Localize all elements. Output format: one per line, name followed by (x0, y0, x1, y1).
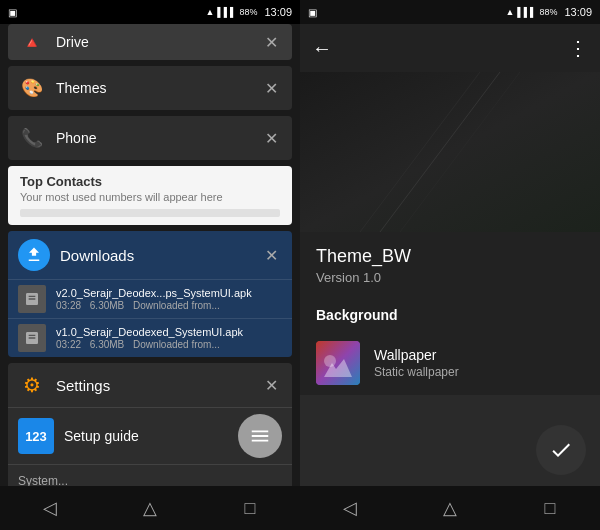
right-toolbar: ← ⋮ (300, 24, 600, 72)
svg-rect-0 (300, 72, 600, 232)
phone-card[interactable]: 📞 Phone ✕ (8, 116, 292, 160)
download-icon (18, 239, 50, 271)
drive-icon: 🔺 (18, 28, 46, 56)
wallpaper-title: Wallpaper (374, 347, 459, 363)
downloads-title: Downloads (60, 247, 261, 264)
drive-card[interactable]: 🔺 Drive ✕ (8, 24, 292, 60)
nav-back-right[interactable]: ◁ (325, 486, 375, 530)
theme-name: Theme_BW (316, 246, 584, 267)
contacts-divider (20, 209, 280, 217)
nav-home-left[interactable]: △ (125, 486, 175, 530)
wallpaper-info: Wallpaper Static wallpaper (374, 347, 459, 379)
signal-icon: ▌▌▌ (217, 7, 236, 17)
settings-close-button[interactable]: ✕ (261, 372, 282, 399)
drive-label: Drive (56, 34, 261, 50)
file-time-2: 03:22 (56, 339, 81, 350)
left-panel: ▣ ▲ ▌▌▌ 88% 13:09 🔺 Drive ✕ 🎨 Themes ✕ 📞… (0, 0, 300, 530)
theme-preview (300, 72, 600, 232)
system-row: System... (8, 464, 292, 486)
theme-version: Version 1.0 (316, 270, 584, 285)
drive-close-button[interactable]: ✕ (261, 29, 282, 56)
phone-label: Phone (56, 130, 261, 146)
battery-label-right: 88% (539, 7, 557, 17)
setup-guide-row: 123 Setup guide (8, 407, 292, 464)
file-icon-1 (18, 285, 46, 313)
file-name-1: v2.0_Serajr_Deodex...ps_SystemUI.apk (56, 287, 282, 299)
contacts-subtitle: Your most used numbers will appear here (20, 191, 280, 203)
wifi-icon: ▲ (205, 7, 214, 17)
file-icon-2 (18, 324, 46, 352)
back-button[interactable]: ← (312, 37, 332, 60)
themes-close-button[interactable]: ✕ (261, 75, 282, 102)
download-item-1: v2.0_Serajr_Deodex...ps_SystemUI.apk 03:… (8, 279, 292, 318)
nav-home-right[interactable]: △ (425, 486, 475, 530)
setup-number-icon: 123 (18, 418, 54, 454)
svg-point-5 (324, 355, 336, 367)
status-bar-left: ▣ ▲ ▌▌▌ 88% 13:09 (0, 0, 300, 24)
themes-card[interactable]: 🎨 Themes ✕ (8, 66, 292, 110)
signal-icon-right: ▌▌▌ (517, 7, 536, 17)
nav-bar-left: ◁ △ □ (0, 486, 300, 530)
more-button[interactable]: ⋮ (568, 36, 588, 60)
downloads-close-button[interactable]: ✕ (261, 242, 282, 269)
file-time-1: 03:28 (56, 300, 81, 311)
phone-icon: 📞 (18, 124, 46, 152)
system-label: System... (18, 474, 68, 486)
settings-gear-icon: ⚙ (18, 371, 46, 399)
battery-label: 88% (239, 7, 257, 17)
file-size-2: 6.30MB (90, 339, 124, 350)
themes-icon: 🎨 (18, 74, 46, 102)
right-panel-wrapper: ▣ ▲ ▌▌▌ 88% 13:09 ← ⋮ (300, 0, 600, 530)
file-meta-2: 03:22 6.30MB Downloaded from... (56, 339, 282, 350)
svg-rect-4 (316, 341, 360, 385)
time-right: 13:09 (564, 6, 592, 18)
recents-area: 🔺 Drive ✕ 🎨 Themes ✕ 📞 Phone ✕ Top Conta… (0, 24, 300, 486)
setup-guide-label: Setup guide (64, 428, 238, 444)
wifi-icon-right: ▲ (505, 7, 514, 17)
menu-fab-button[interactable] (238, 414, 282, 458)
file-name-2: v1.0_Serajr_Deodexed_SystemUI.apk (56, 326, 282, 338)
file-size-1: 6.30MB (90, 300, 124, 311)
nav-recents-right[interactable]: □ (525, 486, 575, 530)
wallpaper-row[interactable]: Wallpaper Static wallpaper (300, 331, 600, 395)
nav-bar-right: ◁ △ □ (300, 486, 600, 530)
background-section-label: Background (300, 295, 600, 331)
status-bar-right: ▣ ▲ ▌▌▌ 88% 13:09 (300, 0, 600, 24)
wallpaper-subtitle: Static wallpaper (374, 365, 459, 379)
file-meta-1: 03:28 6.30MB Downloaded from... (56, 300, 282, 311)
nav-recents-left[interactable]: □ (225, 486, 275, 530)
downloads-card[interactable]: Downloads ✕ v2.0_Serajr_Deodex...ps_Syst… (8, 231, 292, 357)
nav-back-left[interactable]: ◁ (25, 486, 75, 530)
contacts-card: Top Contacts Your most used numbers will… (8, 166, 292, 225)
contacts-title: Top Contacts (20, 174, 280, 189)
file-status-2: Downloaded from... (133, 339, 220, 350)
wallpaper-thumbnail (316, 341, 360, 385)
screenshot-icon: ▣ (8, 7, 17, 18)
settings-title: Settings (56, 377, 261, 394)
phone-close-button[interactable]: ✕ (261, 125, 282, 152)
download-item-2: v1.0_Serajr_Deodexed_SystemUI.apk 03:22 … (8, 318, 292, 357)
screenshot-icon-right: ▣ (308, 7, 317, 18)
file-status-1: Downloaded from... (133, 300, 220, 311)
settings-card[interactable]: ⚙ Settings ✕ 123 Setup guide System... (8, 363, 292, 486)
fab-check-button[interactable] (536, 425, 586, 475)
theme-info: Theme_BW Version 1.0 (300, 232, 600, 295)
time-left: 13:09 (264, 6, 292, 18)
themes-label: Themes (56, 80, 261, 96)
